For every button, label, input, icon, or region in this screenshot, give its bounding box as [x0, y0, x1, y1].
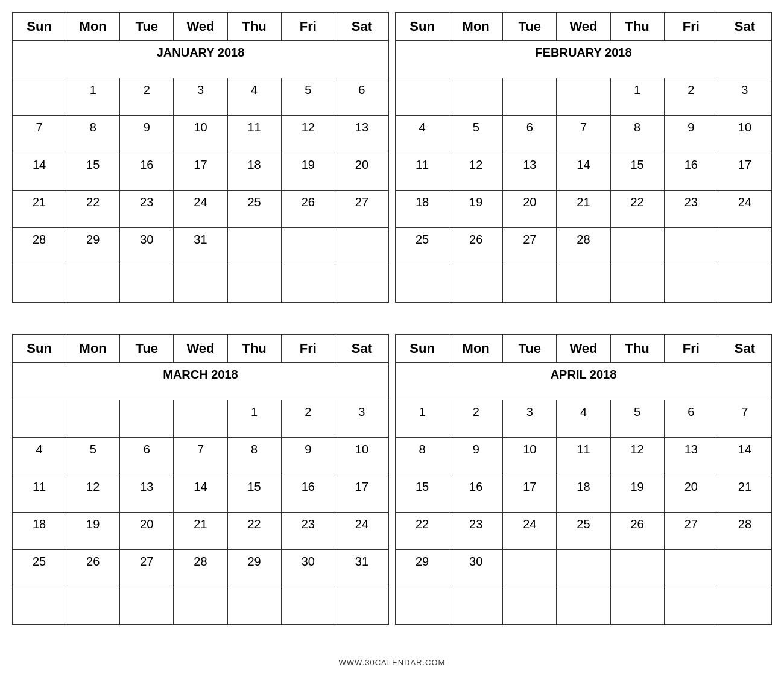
day-cell-april-2018-w0-d6[interactable]: 7 [718, 400, 771, 438]
day-cell-january-2018-w0-d5[interactable]: 5 [281, 78, 335, 116]
day-cell-february-2018-w1-d2[interactable]: 6 [503, 116, 557, 153]
day-cell-january-2018-w1-d3[interactable]: 10 [174, 116, 227, 153]
day-cell-february-2018-w5-d6[interactable] [718, 265, 771, 303]
day-cell-february-2018-w2-d2[interactable]: 13 [503, 153, 557, 191]
day-cell-april-2018-w1-d1[interactable]: 9 [449, 438, 503, 475]
day-cell-april-2018-w0-d0[interactable]: 1 [396, 400, 449, 438]
day-cell-march-2018-w4-d6[interactable]: 31 [335, 550, 388, 587]
day-cell-april-2018-w0-d3[interactable]: 4 [557, 400, 610, 438]
day-cell-february-2018-w5-d0[interactable] [396, 265, 449, 303]
day-cell-april-2018-w3-d5[interactable]: 27 [664, 513, 718, 550]
day-cell-april-2018-w0-d2[interactable]: 3 [503, 400, 557, 438]
day-cell-april-2018-w1-d4[interactable]: 12 [610, 438, 664, 475]
day-cell-february-2018-w2-d4[interactable]: 15 [610, 153, 664, 191]
day-cell-january-2018-w5-d6[interactable] [335, 265, 388, 303]
day-cell-january-2018-w0-d3[interactable]: 3 [174, 78, 227, 116]
day-cell-january-2018-w1-d1[interactable]: 8 [66, 116, 120, 153]
day-cell-february-2018-w5-d5[interactable] [664, 265, 718, 303]
day-cell-april-2018-w5-d6[interactable] [718, 587, 771, 625]
day-cell-april-2018-w3-d1[interactable]: 23 [449, 513, 503, 550]
day-cell-february-2018-w5-d2[interactable] [503, 265, 557, 303]
day-cell-february-2018-w4-d5[interactable] [664, 228, 718, 265]
day-cell-february-2018-w4-d1[interactable]: 26 [449, 228, 503, 265]
day-cell-january-2018-w0-d6[interactable]: 6 [335, 78, 388, 116]
day-cell-february-2018-w1-d0[interactable]: 4 [396, 116, 449, 153]
day-cell-march-2018-w0-d0[interactable] [13, 400, 66, 438]
day-cell-january-2018-w4-d0[interactable]: 28 [13, 228, 66, 265]
day-cell-march-2018-w1-d2[interactable]: 6 [120, 438, 174, 475]
day-cell-april-2018-w1-d0[interactable]: 8 [396, 438, 449, 475]
day-cell-march-2018-w5-d1[interactable] [66, 587, 120, 625]
day-cell-april-2018-w4-d6[interactable] [718, 550, 771, 587]
day-cell-january-2018-w2-d0[interactable]: 14 [13, 153, 66, 191]
day-cell-march-2018-w5-d0[interactable] [13, 587, 66, 625]
day-cell-march-2018-w0-d5[interactable]: 2 [281, 400, 335, 438]
day-cell-february-2018-w0-d2[interactable] [503, 78, 557, 116]
day-cell-march-2018-w2-d3[interactable]: 14 [174, 475, 227, 513]
day-cell-february-2018-w0-d0[interactable] [396, 78, 449, 116]
day-cell-april-2018-w5-d1[interactable] [449, 587, 503, 625]
day-cell-february-2018-w3-d0[interactable]: 18 [396, 191, 449, 228]
day-cell-march-2018-w1-d1[interactable]: 5 [66, 438, 120, 475]
day-cell-april-2018-w2-d1[interactable]: 16 [449, 475, 503, 513]
day-cell-february-2018-w4-d2[interactable]: 27 [503, 228, 557, 265]
day-cell-february-2018-w3-d5[interactable]: 23 [664, 191, 718, 228]
day-cell-march-2018-w5-d6[interactable] [335, 587, 388, 625]
day-cell-march-2018-w4-d3[interactable]: 28 [174, 550, 227, 587]
day-cell-january-2018-w3-d1[interactable]: 22 [66, 191, 120, 228]
day-cell-january-2018-w5-d5[interactable] [281, 265, 335, 303]
day-cell-january-2018-w1-d6[interactable]: 13 [335, 116, 388, 153]
day-cell-january-2018-w1-d4[interactable]: 11 [227, 116, 281, 153]
day-cell-april-2018-w4-d4[interactable] [610, 550, 664, 587]
day-cell-january-2018-w2-d4[interactable]: 18 [227, 153, 281, 191]
day-cell-march-2018-w3-d6[interactable]: 24 [335, 513, 388, 550]
day-cell-march-2018-w5-d4[interactable] [227, 587, 281, 625]
day-cell-march-2018-w4-d0[interactable]: 25 [13, 550, 66, 587]
day-cell-march-2018-w2-d4[interactable]: 15 [227, 475, 281, 513]
day-cell-february-2018-w1-d6[interactable]: 10 [718, 116, 771, 153]
day-cell-january-2018-w2-d6[interactable]: 20 [335, 153, 388, 191]
day-cell-april-2018-w3-d2[interactable]: 24 [503, 513, 557, 550]
day-cell-january-2018-w3-d3[interactable]: 24 [174, 191, 227, 228]
day-cell-february-2018-w3-d6[interactable]: 24 [718, 191, 771, 228]
day-cell-january-2018-w5-d4[interactable] [227, 265, 281, 303]
day-cell-february-2018-w0-d4[interactable]: 1 [610, 78, 664, 116]
day-cell-march-2018-w0-d4[interactable]: 1 [227, 400, 281, 438]
day-cell-march-2018-w2-d0[interactable]: 11 [13, 475, 66, 513]
day-cell-february-2018-w0-d3[interactable] [557, 78, 610, 116]
day-cell-march-2018-w1-d3[interactable]: 7 [174, 438, 227, 475]
day-cell-march-2018-w5-d2[interactable] [120, 587, 174, 625]
day-cell-january-2018-w2-d1[interactable]: 15 [66, 153, 120, 191]
day-cell-january-2018-w0-d4[interactable]: 4 [227, 78, 281, 116]
day-cell-march-2018-w0-d2[interactable] [120, 400, 174, 438]
day-cell-march-2018-w0-d3[interactable] [174, 400, 227, 438]
day-cell-february-2018-w2-d3[interactable]: 14 [557, 153, 610, 191]
day-cell-february-2018-w1-d5[interactable]: 9 [664, 116, 718, 153]
day-cell-february-2018-w4-d6[interactable] [718, 228, 771, 265]
day-cell-february-2018-w2-d6[interactable]: 17 [718, 153, 771, 191]
day-cell-march-2018-w1-d0[interactable]: 4 [13, 438, 66, 475]
day-cell-march-2018-w1-d6[interactable]: 10 [335, 438, 388, 475]
day-cell-february-2018-w4-d0[interactable]: 25 [396, 228, 449, 265]
day-cell-february-2018-w5-d4[interactable] [610, 265, 664, 303]
day-cell-april-2018-w2-d6[interactable]: 21 [718, 475, 771, 513]
day-cell-january-2018-w4-d2[interactable]: 30 [120, 228, 174, 265]
day-cell-february-2018-w1-d4[interactable]: 8 [610, 116, 664, 153]
day-cell-february-2018-w1-d3[interactable]: 7 [557, 116, 610, 153]
day-cell-april-2018-w1-d2[interactable]: 10 [503, 438, 557, 475]
day-cell-april-2018-w4-d0[interactable]: 29 [396, 550, 449, 587]
day-cell-march-2018-w3-d3[interactable]: 21 [174, 513, 227, 550]
day-cell-february-2018-w3-d1[interactable]: 19 [449, 191, 503, 228]
day-cell-february-2018-w5-d3[interactable] [557, 265, 610, 303]
day-cell-march-2018-w4-d1[interactable]: 26 [66, 550, 120, 587]
day-cell-january-2018-w3-d6[interactable]: 27 [335, 191, 388, 228]
day-cell-january-2018-w1-d0[interactable]: 7 [13, 116, 66, 153]
day-cell-march-2018-w2-d5[interactable]: 16 [281, 475, 335, 513]
day-cell-january-2018-w3-d4[interactable]: 25 [227, 191, 281, 228]
day-cell-april-2018-w4-d5[interactable] [664, 550, 718, 587]
day-cell-april-2018-w4-d3[interactable] [557, 550, 610, 587]
day-cell-january-2018-w3-d5[interactable]: 26 [281, 191, 335, 228]
day-cell-april-2018-w2-d2[interactable]: 17 [503, 475, 557, 513]
day-cell-march-2018-w2-d2[interactable]: 13 [120, 475, 174, 513]
day-cell-february-2018-w4-d4[interactable] [610, 228, 664, 265]
